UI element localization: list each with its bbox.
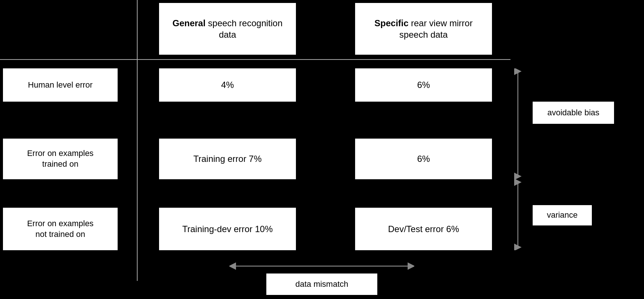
data-mismatch-label: data mismatch xyxy=(266,273,377,295)
row1-col1-value: 4% xyxy=(159,68,296,102)
horizontal-divider xyxy=(0,59,510,60)
row2-col2-value: 6% xyxy=(355,139,492,179)
main-container: General speech recognition data Specific… xyxy=(0,0,644,299)
row2-label: Error on examples trained on xyxy=(3,139,118,179)
header-general: General speech recognition data xyxy=(159,3,296,55)
row3-col2-value: Dev/Test error 6% xyxy=(355,208,492,250)
row1-label: Human level error xyxy=(3,68,118,102)
avoidable-bias-label: avoidable bias xyxy=(533,102,614,124)
variance-arrow xyxy=(507,179,529,250)
data-mismatch-arrow xyxy=(229,257,414,275)
row2-col1-value: Training error 7% xyxy=(159,139,296,179)
header-general-text: General speech recognition data xyxy=(164,17,291,40)
variance-label: variance xyxy=(533,205,592,225)
row3-col1-value: Training-dev error 10% xyxy=(159,208,296,250)
header-specific: Specific rear view mirror speech data xyxy=(355,3,492,55)
row3-label: Error on examples not trained on xyxy=(3,208,118,250)
row1-col2-value: 6% xyxy=(355,68,492,102)
header-specific-text: Specific rear view mirror speech data xyxy=(360,17,487,40)
vertical-divider xyxy=(137,0,138,281)
avoidable-bias-arrow xyxy=(507,68,529,179)
